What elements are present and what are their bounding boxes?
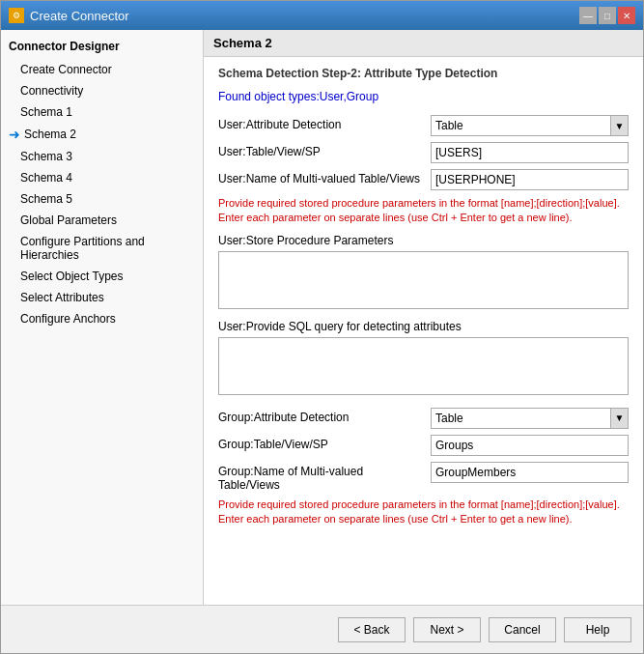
next-button[interactable]: Next > [413,617,481,642]
group-attribute-detection-control: Table View SP ▼ [431,408,629,429]
close-button[interactable]: ✕ [618,7,635,24]
sidebar-item-select-attributes[interactable]: Select Attributes [1,287,203,308]
user-hint-text: Provide required stored procedure parame… [218,196,629,226]
user-store-procedure-label: User:Store Procedure Parameters [218,234,629,247]
user-table-view-sp-input[interactable] [431,142,629,163]
user-attribute-detection-select[interactable]: Table View SP [431,115,611,136]
help-button[interactable]: Help [564,617,631,642]
sidebar-item-create-connector[interactable]: Create Connector [1,59,203,80]
user-attribute-detection-select-wrapper: Table View SP ▼ [431,115,629,136]
group-multi-valued-control [431,462,629,483]
user-multi-valued-input[interactable] [431,169,629,190]
sidebar-item-select-object-types[interactable]: Select Object Types [1,266,203,287]
sidebar-header: Connector Designer [1,34,203,59]
maximize-button[interactable]: □ [599,7,616,24]
group-table-view-sp-label: Group:Table/View/SP [218,435,431,451]
found-types: Found object types:User,Group [218,90,629,103]
sidebar-item-configure-partitions[interactable]: Configure Partitions and Hierarchies [1,231,203,266]
user-table-view-sp-control [431,142,629,163]
user-multi-valued-label: User:Name of Multi-valued Table/Views [218,169,431,185]
group-table-view-sp-input[interactable] [431,435,629,456]
minimize-button[interactable]: — [579,7,597,24]
group-attribute-detection-dropdown-icon[interactable]: ▼ [611,408,629,429]
group-table-view-sp-control [431,435,629,456]
sidebar-item-schema-4[interactable]: Schema 4 [1,167,203,188]
user-sql-query-textarea[interactable] [218,337,629,395]
group-multi-valued-label: Group:Name of Multi-valued Table/Views [218,462,431,492]
user-multi-valued-control [431,169,629,190]
user-attribute-detection-label: User:Attribute Detection [218,115,431,131]
user-attribute-detection-control: Table View SP ▼ [431,115,629,136]
main-window: ⚙ Create Connector — □ ✕ Connector Desig… [0,0,644,654]
user-sql-query-label: User:Provide SQL query for detecting att… [218,320,629,333]
app-icon: ⚙ [9,8,24,23]
title-controls: — □ ✕ [579,7,635,24]
group-attribute-detection-row: Group:Attribute Detection Table View SP … [218,408,629,429]
group-hint-text: Provide required stored procedure parame… [218,498,629,527]
sidebar-item-schema-3[interactable]: Schema 3 [1,146,203,167]
sidebar-item-global-parameters[interactable]: Global Parameters [1,210,203,231]
sidebar-item-configure-anchors[interactable]: Configure Anchors [1,308,203,329]
sidebar-item-connectivity[interactable]: Connectivity [1,80,203,101]
group-attribute-detection-select[interactable]: Table View SP [431,408,611,429]
group-attribute-detection-label: Group:Attribute Detection [218,408,431,424]
content-header: Schema 2 [204,30,643,57]
user-attribute-detection-dropdown-icon[interactable]: ▼ [611,115,629,136]
cancel-button[interactable]: Cancel [489,617,556,642]
title-bar: ⚙ Create Connector — □ ✕ [1,1,643,30]
user-multi-valued-row: User:Name of Multi-valued Table/Views [218,169,629,190]
user-table-view-sp-label: User:Table/View/SP [218,142,431,158]
section-title: Schema Detection Step-2: Attribute Type … [218,67,629,80]
user-store-procedure-textarea[interactable] [218,251,629,309]
user-attribute-detection-row: User:Attribute Detection Table View SP ▼ [218,115,629,136]
found-types-value: User,Group [320,90,378,103]
sidebar-item-schema-2[interactable]: ➜ Schema 2 [1,123,203,146]
group-multi-valued-input[interactable] [431,462,629,483]
sidebar: Connector Designer Create Connector Conn… [1,30,204,605]
sidebar-item-schema-5[interactable]: Schema 5 [1,188,203,210]
title-bar-left: ⚙ Create Connector [9,8,129,23]
user-table-view-sp-row: User:Table/View/SP [218,142,629,163]
main-content: Connector Designer Create Connector Conn… [1,30,643,605]
back-button[interactable]: < Back [338,617,406,642]
group-table-view-sp-row: Group:Table/View/SP [218,435,629,456]
footer: < Back Next > Cancel Help [1,605,643,653]
found-types-label: Found object types: [218,90,320,103]
content-area: Schema 2 Schema Detection Step-2: Attrib… [204,30,643,605]
group-multi-valued-row: Group:Name of Multi-valued Table/Views [218,462,629,492]
sidebar-item-schema-1[interactable]: Schema 1 [1,101,203,123]
content-body: Schema Detection Step-2: Attribute Type … [204,57,643,605]
current-arrow-icon: ➜ [9,127,20,142]
window-title: Create Connector [30,9,129,23]
group-attribute-detection-select-wrapper: Table View SP ▼ [431,408,629,429]
